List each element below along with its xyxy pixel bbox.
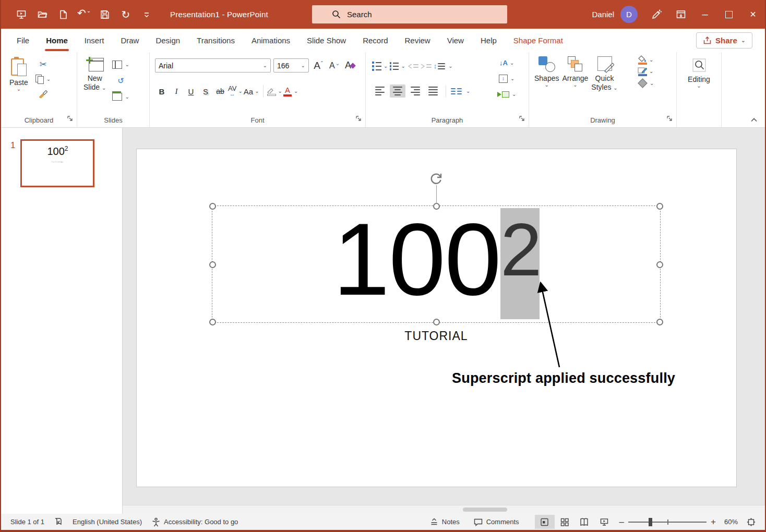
font-dialog-launcher[interactable]: [356, 114, 362, 124]
tab-animations[interactable]: Animations: [243, 29, 298, 52]
increase-font-size-button[interactable]: Aˆ: [312, 59, 325, 72]
resize-handle-middle-left[interactable]: [209, 261, 216, 268]
text-shadow-button[interactable]: S: [199, 84, 212, 98]
bold-button[interactable]: B: [155, 84, 169, 98]
tab-view[interactable]: View: [439, 29, 472, 52]
increase-indent-button[interactable]: [421, 59, 432, 72]
shapes-button[interactable]: Shapes ⌄: [534, 56, 559, 92]
resize-handle-bottom-center[interactable]: [433, 319, 440, 325]
notes-button[interactable]: Notes: [429, 517, 460, 527]
undo-button[interactable]: ↶ ⌄: [76, 7, 92, 22]
change-case-button[interactable]: Aa⌄: [244, 84, 259, 98]
paragraph-dialog-launcher[interactable]: [519, 114, 525, 124]
align-right-button[interactable]: [408, 84, 423, 98]
tab-review[interactable]: Review: [397, 29, 439, 52]
italic-button[interactable]: I: [170, 84, 183, 98]
format-painter-button[interactable]: [35, 87, 51, 100]
clipboard-dialog-launcher[interactable]: [67, 114, 73, 124]
numbering-button[interactable]: ⌄: [390, 59, 405, 72]
tab-home[interactable]: Home: [38, 29, 76, 52]
megaphone-icon[interactable]: [645, 0, 669, 29]
shape-effects-button[interactable]: ⌄: [638, 78, 654, 88]
font-color-button[interactable]: A ⌄: [283, 84, 298, 98]
collapse-ribbon-button[interactable]: [750, 115, 758, 124]
close-button[interactable]: ×: [741, 0, 765, 29]
open-file-icon[interactable]: [34, 7, 50, 22]
tab-help[interactable]: Help: [472, 29, 505, 52]
language-button[interactable]: English (United States): [73, 518, 142, 526]
ribbon-display-options-icon[interactable]: [669, 0, 693, 29]
customize-qat-icon[interactable]: [139, 7, 154, 22]
horizontal-scrollbar-thumb[interactable]: [463, 507, 507, 512]
resize-handle-top-left[interactable]: [209, 203, 216, 210]
tab-shape-format[interactable]: Shape Format: [505, 29, 571, 52]
text-direction-button[interactable]: ↓A⌄: [497, 56, 516, 69]
align-center-button[interactable]: [390, 84, 405, 98]
copy-button[interactable]: ⌄: [35, 72, 51, 86]
slide-layout-button[interactable]: ⌄: [112, 58, 129, 71]
tab-file[interactable]: File: [8, 29, 38, 52]
clear-formatting-button[interactable]: A: [344, 59, 357, 72]
slideshow-view-button[interactable]: [594, 515, 614, 529]
tab-insert[interactable]: Insert: [76, 29, 113, 52]
horizontal-scrollbar[interactable]: [123, 505, 765, 514]
font-family-select[interactable]: Arial ⌄: [155, 58, 271, 72]
columns-button[interactable]: ⌄: [451, 84, 470, 98]
share-button[interactable]: Share ⌄: [696, 32, 752, 49]
editing-button[interactable]: Editing ⌄: [677, 52, 721, 88]
cut-button[interactable]: ✂: [35, 58, 51, 71]
minimize-button[interactable]: –: [693, 0, 717, 29]
reset-slide-button[interactable]: ↺: [112, 74, 129, 87]
spell-check-button[interactable]: [54, 517, 63, 527]
arrange-button[interactable]: Arrange ⌄: [562, 56, 588, 92]
resize-handle-bottom-right[interactable]: [656, 319, 663, 325]
resize-handle-middle-right[interactable]: [656, 261, 663, 268]
font-size-select[interactable]: 166 ⌄: [273, 58, 309, 72]
underline-button[interactable]: U: [184, 84, 198, 98]
align-text-button[interactable]: ↕⌄: [497, 72, 516, 85]
start-slideshow-icon[interactable]: [14, 7, 29, 22]
line-spacing-button[interactable]: ↕⌄: [434, 59, 453, 72]
strikethrough-button[interactable]: ab: [213, 84, 227, 98]
text-highlight-button[interactable]: ⌄: [267, 84, 282, 98]
rotate-handle-icon[interactable]: [429, 172, 444, 188]
slide-subtitle[interactable]: TUTORIAL: [212, 329, 661, 343]
slide-sorter-view-button[interactable]: [555, 515, 574, 529]
section-button[interactable]: ⌄: [112, 90, 129, 103]
tab-draw[interactable]: Draw: [112, 29, 147, 52]
convert-smartart-button[interactable]: ⌄: [497, 88, 516, 101]
decrease-indent-button[interactable]: [408, 59, 418, 72]
comments-button[interactable]: Comments: [473, 517, 519, 527]
resize-handle-bottom-left[interactable]: [209, 319, 216, 325]
tab-design[interactable]: Design: [147, 29, 188, 52]
zoom-out-button[interactable]: –: [619, 517, 624, 527]
fit-slide-to-window-button[interactable]: [742, 515, 760, 529]
new-slide-button[interactable]: New Slide ⌄: [83, 52, 106, 103]
resize-handle-top-right[interactable]: [656, 203, 663, 210]
tab-slide-show[interactable]: Slide Show: [298, 29, 354, 52]
zoom-slider[interactable]: [628, 522, 707, 523]
slide-thumbnail[interactable]: 1002 TUTORIAL: [20, 139, 94, 187]
shape-outline-button[interactable]: ⌄: [638, 67, 654, 76]
normal-view-button[interactable]: [535, 515, 555, 529]
drawing-dialog-launcher[interactable]: [667, 114, 673, 124]
justify-button[interactable]: [425, 84, 441, 98]
save-button[interactable]: [97, 7, 113, 22]
zoom-slider-thumb[interactable]: [649, 518, 652, 526]
quick-styles-button[interactable]: QuickStyles ⌄: [591, 56, 617, 92]
undo-chevron-icon[interactable]: ⌄: [87, 8, 91, 14]
maximize-button[interactable]: [717, 0, 741, 29]
accessibility-button[interactable]: Accessibility: Good to go: [151, 517, 238, 527]
new-file-icon[interactable]: [55, 7, 71, 22]
paste-button[interactable]: Paste ⌄: [9, 52, 28, 100]
textbox-selection-border[interactable]: [212, 205, 661, 323]
zoom-in-button[interactable]: +: [711, 517, 716, 527]
tab-record[interactable]: Record: [354, 29, 396, 52]
slide-indicator[interactable]: Slide 1 of 1: [10, 518, 44, 526]
slide-canvas[interactable]: 100 2 TUTORIAL: [136, 149, 737, 487]
align-left-button[interactable]: [372, 84, 388, 98]
character-spacing-button[interactable]: AV↔ ⌄: [228, 84, 243, 98]
zoom-level[interactable]: 60%: [720, 518, 738, 526]
bullets-button[interactable]: ⌄: [372, 59, 388, 72]
shape-fill-button[interactable]: ⌄: [638, 55, 654, 65]
